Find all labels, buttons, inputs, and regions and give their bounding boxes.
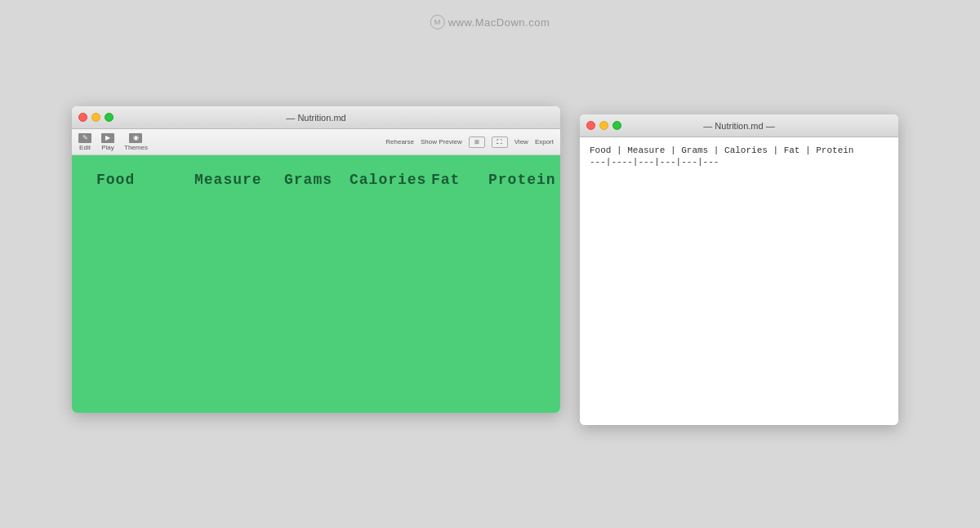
preview-window-title: — Nutrition.md — [703,121,774,131]
watermark: M www.MacDown.com [430,15,550,29]
preview-minimize-button[interactable] [599,121,608,130]
col-grams-header: Grams [284,172,350,188]
editor-title-bar: — Nutrition.md [72,106,560,129]
macdown-logo-icon: M [430,15,445,29]
traffic-lights [78,113,114,122]
edit-icon: ✎ [78,133,91,143]
view-toggle-button[interactable]: ⊞ [469,136,485,148]
preview-close-button[interactable] [586,121,595,130]
themes-button[interactable]: ◉ Themes [124,133,148,151]
editor-toolbar: ✎ Edit ▶ Play ◉ Themes Rehearse Show Pre… [72,129,560,155]
minimize-button[interactable] [91,113,100,122]
play-button[interactable]: ▶ Play [101,133,114,151]
table-header-row: Food Measure Grams Calories Fat Protein [96,172,554,188]
preview-window: — Nutrition.md — Food | Measure | Grams … [580,114,898,425]
col-fat-header: Fat [431,172,488,188]
preview-title-bar: — Nutrition.md — [580,114,898,137]
fullscreen-button[interactable]: ⛶ [492,136,508,148]
view-label[interactable]: View [514,138,528,145]
preview-content-area: Food | Measure | Grams | Calories | Fat … [580,137,898,425]
preview-header-text: Food | Measure | Grams | Calories | Fat … [590,145,853,155]
watermark-text: www.MacDown.com [448,16,550,29]
col-measure-header: Measure [194,172,284,188]
col-protein-header: Protein [488,172,554,188]
export-label[interactable]: Export [535,138,554,145]
editor-content-area: Food Measure Grams Calories Fat Protein [72,155,560,413]
themes-icon: ◉ [129,133,142,143]
col-food-header: Food [96,172,194,188]
preview-header-row: Food | Measure | Grams | Calories | Fat … [590,145,889,155]
play-icon: ▶ [101,133,114,143]
preview-maximize-button[interactable] [612,121,621,130]
toolbar-right-buttons: Rehearse Show Preview ⊞ ⛶ View Export [385,136,554,148]
preview-traffic-lights [586,121,621,130]
edit-button[interactable]: ✎ Edit [78,133,91,151]
editor-window-title: — Nutrition.md [286,113,345,123]
show-preview-label[interactable]: Show Preview [421,138,462,145]
preview-separator: ---|----|---|---|---|--- [590,157,889,167]
maximize-button[interactable] [105,113,114,122]
col-calories-header: Calories [350,172,431,188]
rehearse-label[interactable]: Rehearse [385,138,414,145]
close-button[interactable] [78,113,87,122]
editor-window: — Nutrition.md ✎ Edit ▶ Play ◉ Themes Re… [72,106,560,413]
